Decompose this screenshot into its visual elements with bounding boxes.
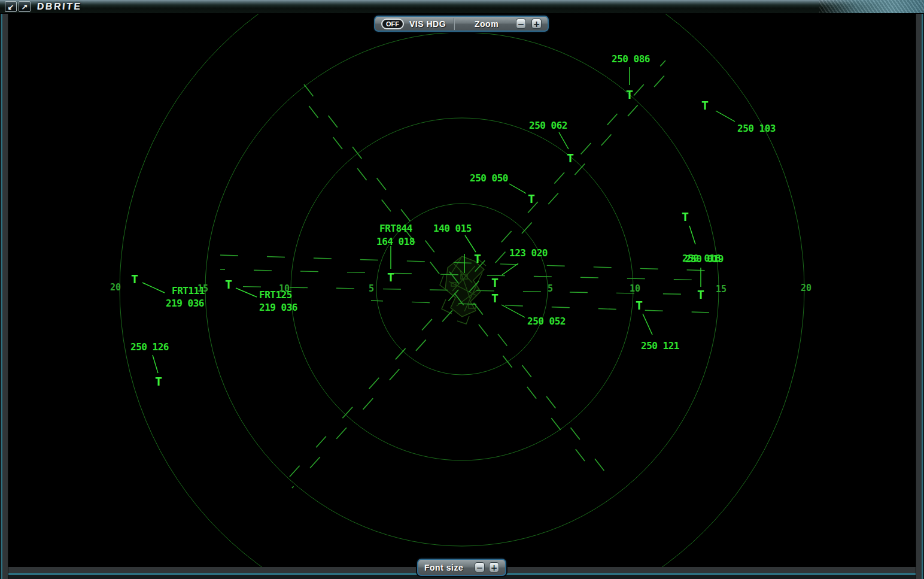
radar-scope: 20151055101520TTTTTTTTTTTTTT250 086250 1… <box>0 0 924 579</box>
font-size-increase-button[interactable]: + <box>489 562 499 572</box>
leader-line <box>236 288 257 297</box>
aircraft-target[interactable]: T <box>387 270 394 284</box>
aircraft-target[interactable]: T <box>225 277 232 292</box>
aircraft-target[interactable]: T <box>491 291 499 305</box>
datablock[interactable]: 219 036 <box>259 302 297 313</box>
datablock[interactable]: 250 121 <box>641 340 679 351</box>
leader-line <box>502 263 518 275</box>
datablock[interactable]: 250 052 <box>527 316 566 327</box>
leader-line <box>559 132 569 149</box>
zoom-label: Zoom <box>475 19 499 29</box>
datablock[interactable]: 250 062 <box>529 120 567 131</box>
vis-hdg-off-button[interactable]: OFF <box>381 19 404 29</box>
aircraft-target[interactable]: T <box>528 192 535 206</box>
toolbar-divider <box>454 18 455 30</box>
datablock[interactable]: 140 015 <box>433 223 472 234</box>
range-label: 5 <box>369 283 374 294</box>
datablock[interactable]: 219 036 <box>166 298 204 309</box>
datablock[interactable]: 250 103 <box>737 123 776 134</box>
aircraft-target[interactable]: T <box>131 272 138 286</box>
radar-display: 20151055101520TTTTTTTTTTTTTT250 086250 1… <box>0 0 924 579</box>
datablock[interactable]: 250 019 <box>685 253 724 265</box>
range-label: 5 <box>548 283 553 294</box>
zoom-out-button[interactable]: − <box>516 19 526 29</box>
datablock[interactable]: 123 020 <box>509 247 548 259</box>
range-label: 10 <box>630 283 640 294</box>
leader-line <box>153 355 158 373</box>
leader-line <box>643 314 652 335</box>
restore-window-icon[interactable]: ↙ <box>5 1 17 12</box>
datablock[interactable]: 164 018 <box>376 236 415 247</box>
datablock[interactable]: FRT125 <box>259 289 292 301</box>
runway-centerline-dashes <box>371 301 709 313</box>
aircraft-target[interactable]: T <box>491 275 499 290</box>
range-label: 20 <box>110 282 121 293</box>
aircraft-target[interactable]: T <box>697 287 704 302</box>
window-frame-left <box>0 13 8 579</box>
range-label: 15 <box>716 284 727 295</box>
runway-centerline-dashes <box>292 66 673 488</box>
leader-line <box>716 111 735 122</box>
datablock[interactable]: 250 126 <box>130 341 169 353</box>
leader-line <box>142 283 165 293</box>
datablock[interactable]: FRT844 <box>379 223 412 234</box>
font-size-toolbar: Font size − + <box>417 559 506 576</box>
window-frame-right <box>916 13 924 579</box>
runway-centerline-dashes <box>285 60 665 482</box>
title-bar-gloss-cap <box>819 0 924 13</box>
aircraft-target[interactable]: T <box>636 298 643 313</box>
leader-line <box>501 305 525 317</box>
datablock[interactable]: 250 050 <box>470 172 508 184</box>
maximize-window-icon[interactable]: ↗ <box>19 1 31 12</box>
datablock[interactable]: FRT111 <box>172 285 205 296</box>
aircraft-target[interactable]: T <box>474 251 481 266</box>
font-size-label: Font size <box>424 563 463 572</box>
aircraft-target[interactable]: T <box>567 151 574 165</box>
title-bar: ↙ ↗ DBRITE <box>0 0 924 14</box>
aircraft-target[interactable]: T <box>626 87 633 102</box>
datablock[interactable]: 250 086 <box>612 53 650 65</box>
leader-line <box>509 184 526 193</box>
display-toolbar: OFF VIS HDG Zoom − + <box>374 16 549 32</box>
aircraft-target[interactable]: T <box>155 374 162 389</box>
runway-centerline-dashes <box>304 84 607 474</box>
aircraft-target[interactable]: T <box>682 210 689 224</box>
vis-hdg-label: VIS HDG <box>409 19 446 29</box>
leader-line <box>689 226 695 244</box>
zoom-in-button[interactable]: + <box>531 19 542 29</box>
aircraft-target[interactable]: T <box>701 98 709 113</box>
range-label: 20 <box>801 283 811 293</box>
leader-line <box>465 235 476 252</box>
font-size-decrease-button[interactable]: − <box>475 562 485 572</box>
window-title: DBRITE <box>37 1 82 12</box>
